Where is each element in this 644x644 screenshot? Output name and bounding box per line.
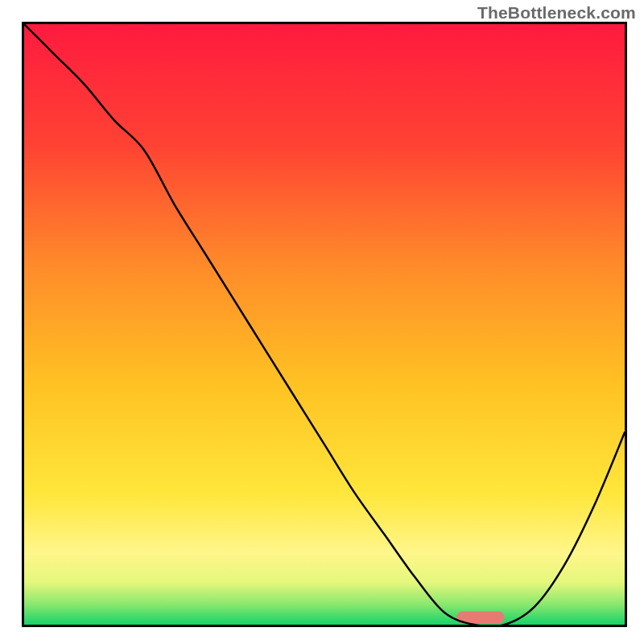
gradient-background: [24, 24, 625, 625]
plot-area: [24, 24, 625, 625]
plot-frame: [22, 22, 627, 627]
chart-svg: [24, 24, 625, 625]
watermark-text: TheBottleneck.com: [477, 3, 636, 23]
chart-container: TheBottleneck.com: [0, 0, 644, 644]
